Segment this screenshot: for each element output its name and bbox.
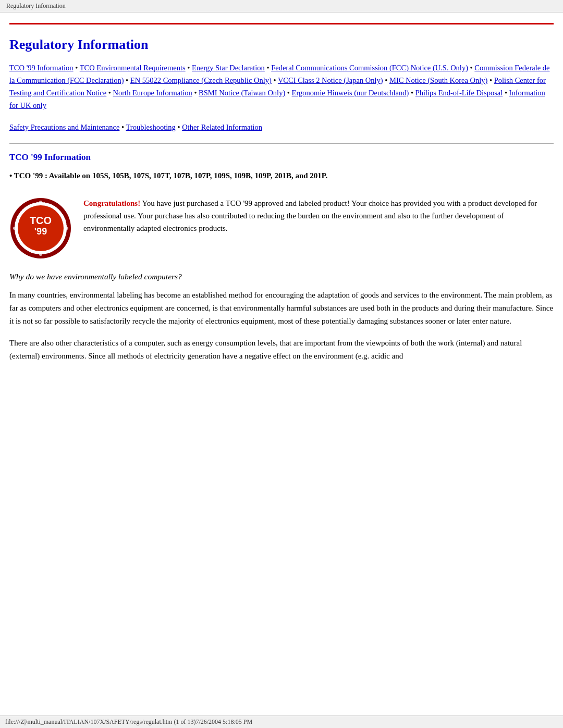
link-tco99[interactable]: TCO '99 Information <box>9 64 74 72</box>
nav-links-section: TCO '99 Information • TCO Environmental … <box>9 62 554 112</box>
link-energystar[interactable]: Energy Star Declaration <box>192 64 265 72</box>
link-fcc[interactable]: Federal Communications Commission (FCC) … <box>271 64 468 72</box>
link-en55022[interactable]: EN 55022 Compliance (Czech Republic Only… <box>130 76 272 84</box>
page-title: Regulatory Information <box>9 37 554 53</box>
italic-heading: Why do we have environmentally labeled c… <box>9 272 554 281</box>
link-bsmi[interactable]: BSMI Notice (Taiwan Only) <box>199 89 285 97</box>
tco-section-title: TCO '99 Information <box>9 152 554 163</box>
svg-text:TCO: TCO <box>30 215 52 226</box>
link-mic[interactable]: MIC Notice (South Korea Only) <box>389 76 487 84</box>
link-ergonomie[interactable]: Ergonomie Hinweis (nur Deutschland) <box>292 89 409 97</box>
status-bar-text: file:///Z|/multi_manual/ITALIAN/107X/SAF… <box>5 718 252 725</box>
svg-text:'99: '99 <box>34 226 47 237</box>
link-other[interactable]: Other Related Information <box>182 123 262 131</box>
congrats-label: Congratulations! <box>83 199 140 207</box>
status-bar: file:///Z|/multi_manual/ITALIAN/107X/SAF… <box>0 715 563 728</box>
body-paragraph-2: There are also other characteristics of … <box>9 337 554 363</box>
main-content: Regulatory Information TCO '99 Informati… <box>0 24 563 377</box>
tco-models-text: • TCO '99 : Available on 105S, 105B, 107… <box>9 170 554 182</box>
link-philips[interactable]: Philips End-of-Life Disposal <box>415 89 503 97</box>
link-tcoenv[interactable]: TCO Environmental Requirements <box>80 64 186 72</box>
link-safety[interactable]: Safety Precautions and Maintenance <box>9 123 119 131</box>
tco-description: Congratulations! You have just purchased… <box>83 197 554 235</box>
svg-point-9 <box>65 227 68 230</box>
svg-point-7 <box>39 253 42 256</box>
svg-point-8 <box>13 227 16 230</box>
bottom-nav-links-section: Safety Precautions and Maintenance • Tro… <box>9 121 554 134</box>
link-troubleshooting[interactable]: Troubleshooting <box>126 123 175 131</box>
svg-point-6 <box>39 201 42 204</box>
bottom-gray-divider <box>9 143 554 144</box>
link-vcci[interactable]: VCCI Class 2 Notice (Japan Only) <box>278 76 383 84</box>
tco-logo: TCO '99 ECOLOGY ENERGY EMISSIONS ERGONOM… <box>9 197 72 260</box>
browser-tab-label: Regulatory Information <box>6 2 66 9</box>
link-northeurope[interactable]: North Europe Information <box>113 89 192 97</box>
congrats-text: You have just purchased a TCO '99 approv… <box>83 199 537 232</box>
tco-info-block: TCO '99 ECOLOGY ENERGY EMISSIONS ERGONOM… <box>9 197 554 260</box>
body-paragraph-1: In many countries, environmental labelin… <box>9 289 554 327</box>
browser-tab: Regulatory Information <box>0 0 563 13</box>
